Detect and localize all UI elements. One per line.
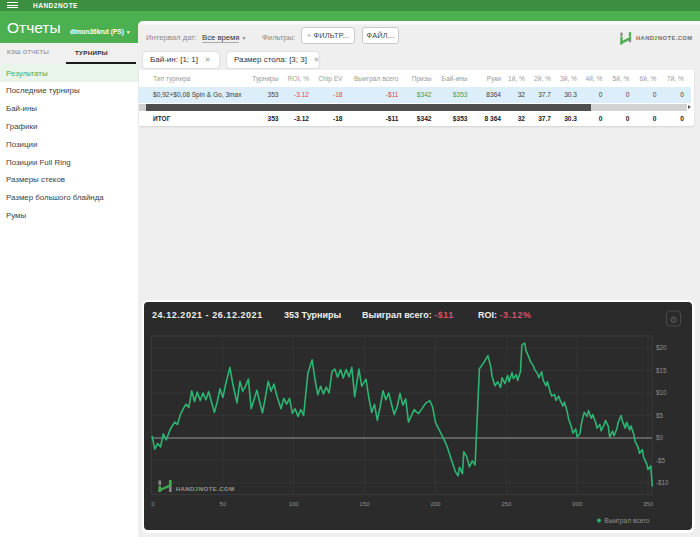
svg-text:0: 0	[151, 501, 155, 507]
svg-text:300: 300	[572, 501, 583, 507]
svg-text:ROI: -3.12%: ROI: -3.12%	[478, 310, 532, 320]
svg-text:-$10: -$10	[656, 479, 669, 486]
svg-text:150: 150	[360, 501, 371, 507]
svg-text:$20: $20	[656, 344, 667, 351]
svg-text:⚙: ⚙	[669, 315, 677, 325]
svg-text:Выиграл всего: -$11: Выиграл всего: -$11	[362, 310, 454, 320]
svg-text:$5: $5	[656, 412, 664, 419]
svg-text:$0: $0	[656, 434, 664, 441]
svg-text:250: 250	[501, 501, 512, 507]
svg-text:24.12.2021 - 26.12.2021: 24.12.2021 - 26.12.2021	[152, 310, 263, 320]
svg-text:$10: $10	[656, 389, 667, 396]
svg-text:100: 100	[289, 501, 300, 507]
svg-text:350: 350	[643, 501, 654, 507]
svg-text:50: 50	[220, 501, 227, 507]
svg-text:353 Турниры: 353 Турниры	[284, 310, 342, 320]
svg-text:Выиграл всего: Выиграл всего	[604, 517, 649, 525]
svg-text:HAND2NOTE.COM: HAND2NOTE.COM	[176, 485, 235, 492]
svg-text:-$5: -$5	[656, 457, 666, 464]
svg-text:$15: $15	[656, 367, 667, 374]
svg-text:200: 200	[430, 501, 441, 507]
